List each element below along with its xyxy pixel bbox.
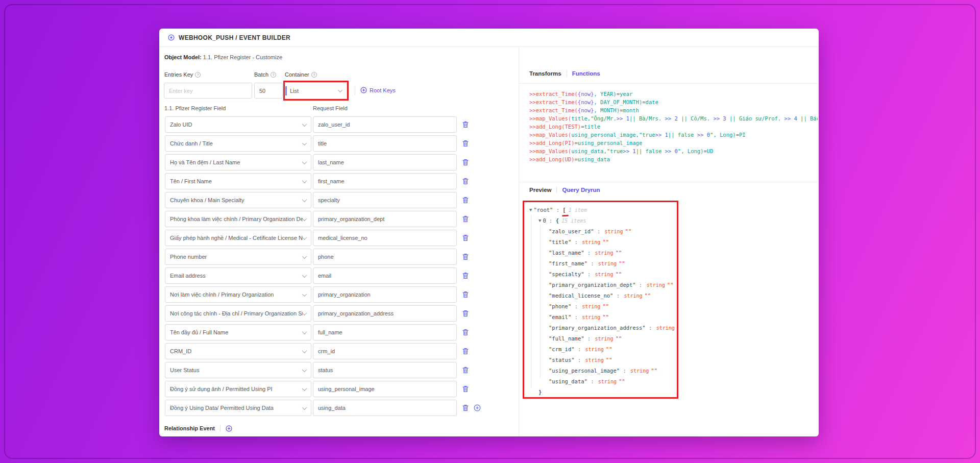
tab-functions[interactable]: Functions (572, 70, 600, 77)
delete-row-button[interactable] (462, 291, 470, 298)
source-field-select[interactable]: Nơi công tác chính - Địa chỉ / Primary O… (165, 305, 311, 322)
transforms-code[interactable]: >>extract_Time({now}, YEAR)=year>>extrac… (529, 90, 818, 163)
json-preview-annotated[interactable]: ▼"root" : [1 item▼0 : {15 items"zalo_use… (523, 201, 678, 399)
json-field-line: "using_personal_image" : string"" (527, 365, 674, 376)
delete-row-button[interactable] (462, 272, 470, 279)
tab-transforms[interactable]: Transforms (529, 70, 561, 77)
source-field-select[interactable]: Tên đầy đủ / Full Name (165, 324, 311, 340)
source-field-select[interactable]: User Status (165, 362, 311, 378)
entries-key-input[interactable]: Enter key (164, 83, 252, 99)
source-field-select[interactable]: Email address (165, 267, 311, 284)
source-field-value: Zalo UID (170, 121, 303, 128)
source-field-select[interactable]: Họ và Tên đệm / Last Name (165, 154, 311, 170)
mapping-row: Chuyên khoa / Main Specialtyspecialty (159, 192, 519, 208)
request-column-header: Request Field (313, 105, 348, 111)
source-field-select[interactable]: Chức danh / Title (165, 135, 311, 152)
request-field-input[interactable]: crm_id (313, 343, 457, 359)
code-line: >>map_Values(using_data,"true>> 1|| fals… (529, 147, 818, 155)
code-line: >>map_Values(using_personal_image,"true>… (529, 131, 818, 139)
relationship-event: Relationship Event (164, 425, 232, 432)
source-field-value: Đồng ý sử dụng ảnh / Permitted Using PI (170, 386, 303, 392)
plus-circle-icon (360, 87, 367, 93)
root-keys-button[interactable]: Root Keys (360, 87, 396, 93)
add-relationship-icon[interactable] (226, 425, 232, 432)
source-field-select[interactable]: Phone number (165, 249, 311, 265)
request-field-input[interactable]: email (313, 267, 457, 284)
tab-query-dryrun[interactable]: Query Dryrun (562, 187, 600, 193)
tab-preview[interactable]: Preview (529, 187, 551, 193)
request-field-input[interactable]: phone (313, 249, 457, 265)
source-field-value: Email address (170, 273, 303, 279)
delete-row-button[interactable] (462, 404, 470, 411)
json-field-line: "primary_organization_dept" : string"" (527, 280, 674, 290)
delete-row-button[interactable] (462, 310, 470, 317)
delete-row-button[interactable] (462, 121, 470, 128)
expander-icon[interactable]: ▼ (538, 215, 541, 226)
source-field-select[interactable]: Nơi làm việc chính / Primary Organizatio… (165, 286, 311, 303)
delete-row-button[interactable] (462, 215, 470, 223)
mapping-row: Họ và Tên đệm / Last Namelast_name (159, 154, 519, 170)
chevron-down-icon (302, 386, 307, 391)
source-field-select[interactable]: Tên / First Name (165, 173, 311, 189)
request-field-input[interactable]: first_name (313, 173, 457, 189)
source-field-select[interactable]: Giấy phép hành nghề / Medical - Cetifica… (165, 230, 311, 246)
request-field-input[interactable]: status (313, 362, 457, 378)
source-field-select[interactable]: Đồng ý sử dụng ảnh / Permitted Using PI (165, 381, 311, 397)
mapping-rows: Zalo UIDzalo_user_idChức danh / Titletit… (159, 116, 519, 419)
object-model-label: Object Model: (164, 54, 202, 60)
code-line: >>add_Long(PI)=using_personal_image (529, 139, 818, 147)
source-field-select[interactable]: CRM_ID (165, 343, 311, 359)
delete-row-button[interactable] (462, 367, 470, 374)
request-field-value: status (318, 367, 333, 373)
request-field-input[interactable]: title (313, 135, 457, 152)
help-icon[interactable]: ? (271, 72, 276, 78)
delete-row-button[interactable] (462, 197, 470, 204)
code-line: >>extract_Time({now}, MONTH)=month (529, 106, 818, 114)
request-field-value: zalo_user_id (318, 121, 350, 128)
request-field-input[interactable]: zalo_user_id (313, 116, 457, 133)
relationship-event-label: Relationship Event (164, 425, 215, 431)
mapping-row: Chức danh / Titletitle (159, 135, 519, 152)
chevron-down-icon (302, 216, 307, 221)
request-field-input[interactable]: specialty (313, 192, 457, 208)
delete-row-button[interactable] (462, 159, 470, 166)
help-icon[interactable]: ? (195, 72, 201, 78)
delete-row-button[interactable] (462, 253, 470, 260)
request-field-value: last_name (318, 159, 344, 165)
delete-row-button[interactable] (462, 178, 470, 185)
source-field-select[interactable]: Phòng khoa làm việc chính / Primary Orga… (165, 211, 311, 227)
delete-row-button[interactable] (462, 140, 470, 147)
divider (220, 425, 220, 432)
divider (556, 187, 557, 193)
request-field-input[interactable]: primary_organization (313, 286, 457, 303)
divider (567, 70, 567, 77)
request-field-input[interactable]: last_name (313, 154, 457, 170)
request-field-input[interactable]: full_name (313, 324, 457, 340)
request-field-input[interactable]: using_data (313, 400, 457, 416)
request-field-input[interactable]: primary_organization_address (313, 305, 457, 322)
request-field-value: primary_organization_dept (318, 216, 384, 222)
delete-row-button[interactable] (462, 234, 470, 241)
source-field-select[interactable]: Zalo UID (165, 116, 311, 133)
desktop-background: WEBHOOK_PUSH / EVENT BUILDER Object Mode… (0, 0, 980, 463)
container-select[interactable]: List (285, 82, 347, 99)
delete-row-button[interactable] (462, 385, 470, 393)
request-field-input[interactable]: primary_organization_dept (313, 211, 457, 227)
delete-row-button[interactable] (462, 348, 470, 355)
add-row-button[interactable] (474, 404, 481, 411)
request-field-input[interactable]: using_personal_image (313, 381, 457, 397)
request-field-input[interactable]: medical_license_no (313, 230, 457, 246)
object-model-value: 1.1. Pfizer Register - Customize (203, 54, 282, 60)
delete-row-button[interactable] (462, 329, 470, 336)
help-icon[interactable]: ? (311, 72, 317, 78)
json-root-line: ▼"root" : [1 item (527, 205, 674, 215)
batch-input[interactable]: 50 (254, 83, 283, 99)
expander-icon[interactable]: ▼ (529, 205, 532, 215)
json-close-brace: } (527, 387, 674, 397)
source-field-select[interactable]: Đồng ý Using Data/ Permitted Using Data (165, 400, 311, 416)
code-line: >>add_Long(UD)=using_data (529, 155, 818, 163)
source-field-select[interactable]: Chuyên khoa / Main Specialty (165, 192, 311, 208)
request-field-value: full_name (318, 329, 342, 335)
json-field-line: "first_name" : string"" (527, 258, 674, 269)
request-field-value: using_data (318, 405, 346, 411)
